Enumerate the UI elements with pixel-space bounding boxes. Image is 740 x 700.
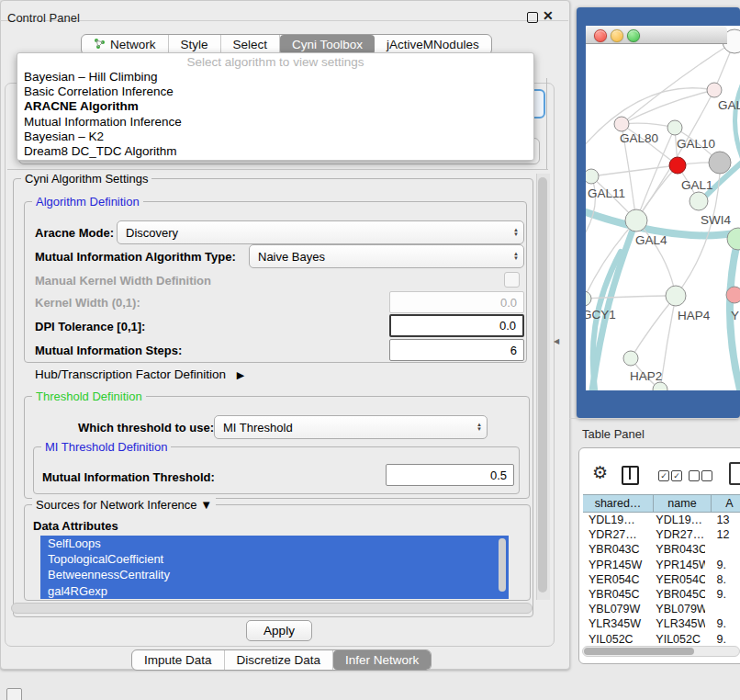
unchecked-checkbox-icon[interactable] [701, 470, 712, 481]
network-node[interactable] [666, 286, 686, 306]
kernel-width-field[interactable]: 0.0 [389, 291, 524, 313]
mi-algorithm-type-combobox[interactable]: Naive Bayes ▲▼ [249, 244, 524, 268]
minimize-traffic-light-icon[interactable] [611, 29, 623, 42]
table-header-row: shared…nameA [583, 494, 740, 513]
algorithm-option[interactable]: Bayesian – Hill Climbing [17, 70, 533, 85]
bottom-tab[interactable]: Impute Data [132, 650, 225, 670]
network-canvas[interactable]: GALGAL80GAL10GAL1SWI4GAL11GAL4GCY1HAP4YH… [586, 26, 740, 390]
bottom-tab[interactable]: Discretize Data [225, 650, 334, 670]
unchecked-checkbox-icon[interactable] [689, 470, 700, 481]
document-icon[interactable] [729, 462, 740, 485]
network-node[interactable] [625, 209, 647, 231]
network-node-label: Y [731, 309, 739, 322]
network-edge[interactable] [586, 296, 666, 299]
tab-label: jActiveMNodules [387, 38, 479, 51]
network-window-titlebar[interactable] [586, 26, 727, 44]
combo-spinner-icon[interactable]: ▲▼ [472, 423, 487, 432]
checked-checkbox-icon[interactable]: ✓ [658, 470, 669, 481]
which-threshold-combobox[interactable]: MI Threshold ▲▼ [214, 415, 488, 439]
table-column-header[interactable]: shared… [583, 494, 654, 513]
apply-button[interactable]: Apply [246, 620, 312, 641]
table-row[interactable]: YBR045C YBR045C 9. [583, 587, 740, 602]
algorithm-option[interactable]: ARACNE Algorithm [17, 99, 533, 114]
network-edge[interactable] [660, 296, 676, 390]
network-node[interactable] [669, 157, 686, 174]
network-edge[interactable] [622, 90, 714, 124]
mi-threshold-field[interactable]: 0.5 [386, 464, 514, 486]
attribute-item-selected[interactable]: TopologicalCoefficient [40, 551, 509, 567]
network-edge[interactable] [631, 296, 676, 358]
control-panel-tab[interactable]: jActiveMNodules [375, 35, 491, 54]
control-panel-tab[interactable]: Cyni Toolbox [280, 35, 375, 54]
hub-definition-expander[interactable]: Hub/Transcription Factor Definition ▶ [35, 367, 244, 381]
attribute-item-selected[interactable]: gal4RGexp [40, 583, 509, 599]
combo-spinner-icon[interactable]: ▲▼ [509, 252, 523, 261]
vertical-scrollbar-thumb[interactable] [538, 177, 547, 593]
table-column-header[interactable]: A [712, 494, 740, 513]
pane-splitter-collapse-icon[interactable]: ◀ [554, 337, 559, 345]
mi-steps-field[interactable]: 6 [389, 339, 524, 361]
control-panel-tab[interactable]: Select [221, 35, 281, 54]
table-hscrollbar-thumb[interactable] [584, 648, 694, 655]
zoom-traffic-light-icon[interactable] [627, 29, 640, 42]
table-row[interactable]: YBL079W YBL079W [583, 602, 740, 616]
bottom-tabbar: Impute Data Discretize Data Infer Networ… [131, 649, 432, 671]
network-edge[interactable] [622, 123, 675, 128]
horizontal-scrollbar[interactable] [11, 603, 533, 614]
table-row[interactable]: YDR27… YDR27… 12 [583, 527, 740, 542]
attribute-item-selected[interactable]: SelfLoops [40, 536, 509, 551]
network-node[interactable] [586, 291, 591, 306]
table-row[interactable]: YIL052C YIL052C 9. [583, 632, 740, 646]
network-node[interactable] [667, 120, 682, 135]
network-node-label: HAP2 [630, 369, 662, 383]
network-node[interactable] [726, 287, 740, 303]
network-node-label: GAL11 [588, 186, 625, 200]
table-row[interactable]: YDL19… YDL19… 13 [583, 513, 740, 527]
combo-spinner-icon[interactable]: ▲▼ [509, 228, 523, 237]
bottom-tab[interactable]: Infer Network [333, 650, 431, 670]
checked-checkbox-icon[interactable]: ✓ [671, 470, 682, 481]
table-column-header[interactable]: name [654, 494, 712, 513]
network-edge[interactable] [591, 165, 678, 176]
gear-icon[interactable]: ⚙ [592, 464, 608, 481]
network-node[interactable] [623, 351, 638, 366]
mi-algorithm-type-label: Mutual Information Algorithm Type: [35, 250, 236, 264]
expanded-arrow-icon[interactable]: ▼ [200, 498, 212, 512]
tab-label: Network [110, 38, 156, 51]
control-panel-tab[interactable]: Network [82, 35, 169, 54]
network-node[interactable] [709, 152, 731, 174]
table-row[interactable]: YLR345W YLR345W 9. [583, 616, 740, 631]
network-node-label: GCY1 [586, 308, 616, 322]
control-panel-tab[interactable]: Style [169, 35, 221, 54]
network-node[interactable] [614, 117, 629, 131]
algorithm-option[interactable]: Dream8 DC_TDC Algorithm [17, 144, 533, 159]
control-panel-titlebar[interactable] [0, 0, 568, 21]
network-view-frame: GALGAL80GAL10GAL1SWI4GAL11GAL4GCY1HAP4YH… [577, 7, 740, 418]
dpi-tolerance-field[interactable]: 0.0 [389, 314, 524, 337]
mi-threshold-title: MI Threshold Definition [41, 440, 171, 454]
hidden-group-border [546, 78, 547, 169]
network-edge[interactable] [734, 77, 740, 162]
list-scrollbar-thumb[interactable] [499, 538, 506, 592]
attribute-item-selected[interactable]: BetweennessCentrality [40, 567, 509, 582]
close-icon[interactable]: ✕ [543, 8, 554, 23]
network-node[interactable] [690, 192, 708, 210]
minimized-panel-icon[interactable] [6, 688, 22, 700]
network-node[interactable] [586, 169, 599, 184]
column-view-icon[interactable] [622, 466, 639, 485]
network-node[interactable] [653, 382, 667, 390]
table-panel-divider [569, 418, 740, 419]
algorithm-option[interactable]: Basic Correlation Inference [17, 85, 533, 99]
network-node[interactable] [707, 83, 722, 97]
algorithm-option[interactable]: Mutual Information Inference [17, 115, 533, 130]
float-window-icon[interactable] [527, 12, 538, 23]
table-row[interactable]: YER054C YER054C 8. [583, 572, 740, 587]
close-traffic-light-icon[interactable] [594, 29, 607, 42]
algorithm-option[interactable]: Bayesian – K2 [17, 130, 533, 144]
aracne-mode-combobox[interactable]: Discovery ▲▼ [117, 220, 524, 244]
table-row[interactable]: YBR043C YBR043C [583, 542, 740, 557]
table-row[interactable]: YPR145W YPR145W 9. [583, 558, 740, 572]
manual-kernel-checkbox[interactable] [504, 272, 520, 288]
kernel-width-label: Kernel Width (0,1): [35, 296, 140, 310]
dpi-tolerance-label: DPI Tolerance [0,1]: [35, 320, 145, 333]
